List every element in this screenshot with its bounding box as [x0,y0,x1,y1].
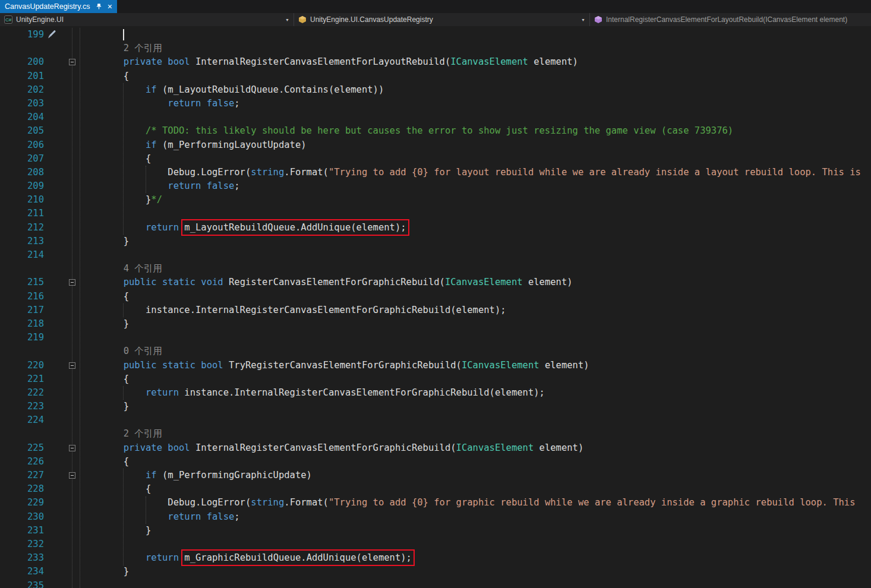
code-text: } [79,400,129,413]
code-token: ICanvasElement [462,360,539,371]
code-line[interactable]: 208 Debug.LogError(string.Format("Trying… [0,166,871,179]
code-token [79,346,124,356]
code-token [79,552,146,563]
code-line[interactable]: 205 /* TODO: this likely should be here … [0,124,871,138]
code-line[interactable]: 229 Debug.LogError(string.Format("Trying… [0,496,871,510]
type-dropdown[interactable]: UnityEngine.UI.CanvasUpdateRegistry ▼ [294,13,590,26]
code-line[interactable]: 206 if (m_PerformingLayoutUpdate) [0,138,871,152]
code-line[interactable]: 228 { [0,482,871,496]
code-line[interactable]: 226 { [0,455,871,469]
line-number: 215 [0,276,44,289]
fold-toggle[interactable] [69,279,75,286]
line-number: 228 [0,482,44,496]
code-token: } [79,194,151,205]
code-token: { [79,483,151,494]
code-line[interactable]: 223 } [0,400,871,413]
project-dropdown[interactable]: C# UnityEngine.UI ▼ [0,13,294,26]
line-number: 199 [0,28,44,42]
code-line[interactable]: 204 [0,110,871,124]
code-line[interactable]: 220 public static bool TryRegisterCanvas… [0,359,871,372]
code-text: if (m_LayoutRebuildQueue.Contains(elemen… [79,83,384,97]
code-line[interactable]: 201 { [0,69,871,83]
close-icon[interactable]: × [106,2,113,11]
code-line[interactable]: 210 }*/ [0,193,871,207]
chevron-down-icon: ▼ [282,18,289,22]
code-text: { [79,290,129,304]
code-token: false [207,181,235,191]
code-token: } [79,236,129,246]
code-editor[interactable]: 199 2 个引用200 private bool InternalRegist… [0,26,871,588]
code-token [195,277,201,287]
method-icon [594,15,602,24]
code-line[interactable]: 218 } [0,317,871,331]
line-number: 206 [0,138,44,152]
codelens-references[interactable]: 4 个引用 [124,263,162,274]
codelens-references[interactable]: 2 个引用 [124,428,162,439]
code-line[interactable]: 216 { [0,290,871,304]
member-dropdown[interactable]: InternalRegisterCanvasElementForLayoutRe… [590,13,871,26]
code-line[interactable]: 215 public static void RegisterCanvasEle… [0,276,871,289]
code-text: { [79,372,129,386]
code-token: instance.InternalRegisterCanvasElementFo… [79,305,506,315]
code-line[interactable]: 219 [0,331,871,344]
code-token [79,360,124,371]
line-number: 218 [0,317,44,331]
code-token [79,222,146,233]
code-token: bool [201,360,223,371]
fold-toggle[interactable] [69,445,75,451]
line-number: 204 [0,110,44,124]
code-token: ICanvasElement [456,442,534,453]
code-line[interactable]: 207 { [0,152,871,166]
code-line[interactable]: 221 { [0,372,871,386]
codelens-row[interactable]: 2 个引用 [0,42,871,55]
code-line[interactable]: 200 private bool InternalRegisterCanvasE… [0,55,871,69]
line-number: 214 [0,248,44,262]
code-line[interactable]: 211 [0,207,871,220]
line-number: 205 [0,124,44,138]
codelens-references[interactable]: 0 个引用 [124,346,162,356]
code-line[interactable]: 212 return m_LayoutRebuildQueue.AddUniqu… [0,221,871,235]
line-number: 203 [0,97,44,110]
code-line[interactable]: 231 } [0,524,871,538]
code-line[interactable]: 209 return false; [0,179,871,193]
line-number: 233 [0,551,44,565]
fold-toggle[interactable] [69,362,75,369]
code-token: /* TODO: this likely should be here but … [146,125,733,136]
class-icon [298,15,307,24]
code-line[interactable]: 202 if (m_LayoutRebuildQueue.Contains(el… [0,83,871,97]
code-line[interactable]: 213 } [0,235,871,248]
code-line[interactable]: 233 return m_GraphicRebuildQueue.AddUniq… [0,551,871,565]
code-line[interactable]: 222 return instance.InternalRegisterCanv… [0,386,871,400]
code-line[interactable]: 232 [0,538,871,551]
code-token: element) [539,360,589,371]
code-text: Debug.LogError(string.Format("Trying to … [79,166,861,179]
code-line[interactable]: 234 } [0,565,871,578]
code-line[interactable]: 214 [0,248,871,262]
code-token: private [124,442,162,453]
pin-icon[interactable] [95,2,103,11]
code-token: { [79,374,129,384]
code-line[interactable]: 225 private bool InternalRegisterCanvasE… [0,441,871,455]
code-line[interactable]: 203 return false; [0,97,871,110]
code-token: bool [168,56,190,67]
code-line[interactable]: 224 [0,413,871,427]
code-token: Debug.LogError( [79,497,251,508]
codelens-row[interactable]: 0 个引用 [0,344,871,358]
codelens-row[interactable]: 4 个引用 [0,262,871,276]
tab-canvasupdateregistry[interactable]: CanvasUpdateRegistry.cs × [0,0,117,13]
code-token: (m_LayoutRebuildQueue.Contains(element)) [157,84,384,95]
code-line[interactable]: 235 [0,579,871,588]
code-token: return [168,181,201,191]
code-token [179,552,184,563]
highlight-box: m_LayoutRebuildQueue.AddUnique(element); [184,222,406,233]
codelens-references[interactable]: 2 个引用 [124,43,162,53]
code-line[interactable]: 199 [0,28,871,42]
code-line[interactable]: 227 if (m_PerformingGraphicUpdate) [0,469,871,482]
code-token [195,360,201,371]
codelens-row[interactable]: 2 个引用 [0,427,871,441]
fold-toggle[interactable] [69,59,75,65]
fold-toggle[interactable] [69,472,75,479]
code-token: instance.InternalRegisterCanvasElementFo… [179,387,545,398]
code-line[interactable]: 230 return false; [0,510,871,524]
code-line[interactable]: 217 instance.InternalRegisterCanvasEleme… [0,304,871,317]
